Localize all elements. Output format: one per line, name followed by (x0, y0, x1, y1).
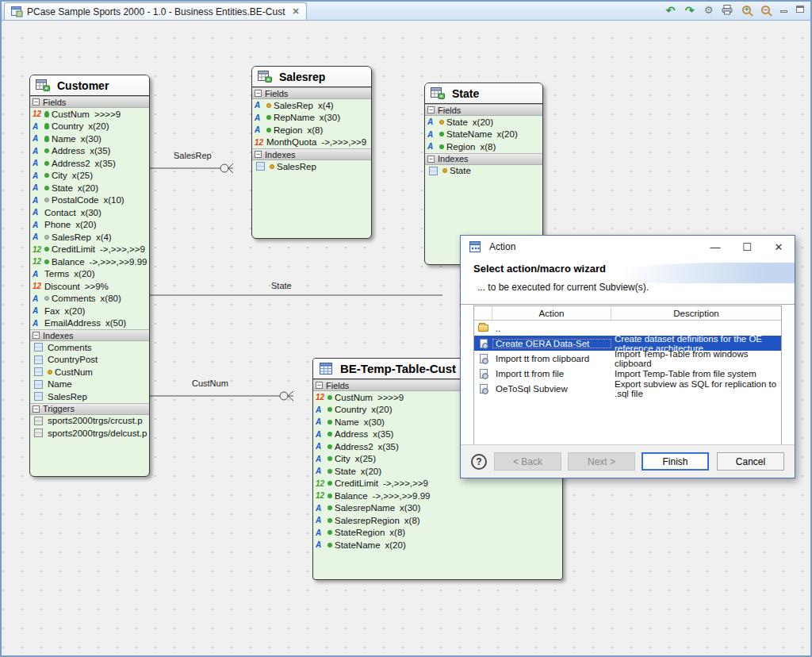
title-bar: PCase Sample Sports 2000 - 1.0 - Busines… (2, 2, 810, 21)
section-label: Indexes (438, 154, 469, 163)
diagram-canvas[interactable]: SalesRep State CustNum Customer −Fields1… (2, 21, 810, 655)
undo-icon[interactable]: ↶ (664, 3, 677, 17)
field-row[interactable]: AStatex(20) (425, 116, 542, 129)
field-row[interactable]: ANamex(30) (30, 133, 149, 145)
field-row[interactable]: ARegionx(8) (252, 124, 371, 136)
field-row[interactable]: 12CustNum>>>>9 (30, 108, 149, 121)
collapse-icon[interactable]: − (33, 405, 40, 413)
indexe-row[interactable]: State (425, 165, 542, 178)
section-indexes[interactable]: −Indexes (252, 148, 371, 160)
section-indexes[interactable]: −Indexes (30, 329, 149, 341)
entity-header[interactable]: Salesrep (252, 67, 371, 87)
sync-gear-icon[interactable]: ⚙ (702, 3, 715, 17)
section-indexes[interactable]: −Indexes (425, 153, 542, 165)
collapse-icon[interactable]: − (427, 106, 435, 113)
field-row[interactable]: ACountryx(20) (30, 121, 149, 133)
minimize-icon[interactable] (778, 6, 789, 14)
field-row[interactable]: ASalesrepRegionx(8) (313, 514, 562, 527)
section-fields[interactable]: −Fields (425, 104, 542, 116)
field-row[interactable]: ACommentsx(80) (30, 293, 149, 305)
description-column-header[interactable]: Description (611, 306, 781, 320)
field-row[interactable]: 12MonthQuota->,>>>,>>9 (252, 136, 371, 149)
field-row[interactable]: ASalesRepx(4) (30, 231, 149, 244)
help-button[interactable]: ? (471, 454, 487, 470)
field-row[interactable]: AAddressx(35) (30, 145, 149, 158)
action-dialog: Action — ☐ ✕ Select action/macro wizard … (460, 235, 795, 478)
row-format: x(20) (75, 220, 96, 229)
dec-type-icon: 12 (33, 245, 44, 254)
field-row[interactable]: ACityx(25) (30, 170, 149, 182)
action-table-row[interactable]: Import tt from clipboardImport Temp-Tabl… (474, 351, 781, 366)
indexe-row[interactable]: CountryPost (30, 354, 149, 367)
field-row[interactable]: ARegionx(8) (425, 140, 542, 153)
indexe-row[interactable]: Name (30, 378, 149, 391)
char-type-icon: A (316, 442, 327, 451)
dialog-title-bar[interactable]: Action — ☐ ✕ (461, 236, 795, 258)
entity-header[interactable]: Customer (30, 75, 149, 96)
field-row[interactable]: 12Discount>>9% (30, 280, 149, 293)
trigger-row[interactable]: sports2000trgs/delcust.p (30, 427, 149, 440)
zoom-out-icon[interactable]: − (759, 3, 772, 17)
field-row[interactable]: 12Balance->,>>>,>>9.99 (313, 490, 562, 502)
section-triggers[interactable]: −Triggers (30, 403, 149, 415)
field-row[interactable]: AEmailAddressx(50) (30, 317, 149, 330)
entity-salesrep[interactable]: Salesrep −FieldsASalesRepx(4)ARepNamex(3… (251, 66, 372, 239)
section-fields[interactable]: −Fields (30, 96, 149, 108)
indexe-row[interactable]: SalesRep (30, 390, 149, 403)
action-column-header[interactable]: Action (492, 306, 611, 320)
collapse-icon[interactable]: − (316, 382, 323, 389)
field-row[interactable]: AAddress2x(35) (30, 157, 149, 170)
indexe-row[interactable]: SalesRep (252, 160, 371, 173)
collapse-icon[interactable]: − (33, 332, 40, 339)
print-icon[interactable] (721, 3, 734, 17)
field-row[interactable]: APostalCodex(10) (30, 194, 149, 207)
field-row[interactable]: ASalesRepx(4) (252, 99, 371, 112)
trigger-row[interactable]: sports2000trgs/crcust.p (30, 415, 149, 428)
cancel-button[interactable]: Cancel (717, 452, 784, 471)
dialog-close-icon[interactable]: ✕ (763, 236, 795, 258)
next-button[interactable]: Next > (568, 452, 635, 471)
field-row[interactable]: 12CreditLimit->,>>>,>>9 (313, 478, 562, 490)
field-row[interactable]: AStateNamex(20) (313, 539, 562, 551)
entity-header[interactable]: State (425, 83, 542, 104)
field-row[interactable]: APhonex(20) (30, 219, 149, 232)
zoom-in-icon[interactable]: + (740, 3, 753, 17)
redo-icon[interactable]: ↷ (683, 3, 696, 17)
field-row[interactable]: AStatex(20) (30, 182, 149, 194)
green-marker-icon (327, 518, 332, 523)
field-row[interactable]: ARepNamex(30) (252, 112, 371, 125)
relationship-custnum[interactable] (131, 391, 293, 401)
row-format: x(30) (81, 134, 102, 144)
field-row[interactable]: AContactx(30) (30, 206, 149, 219)
row-icon-cell (474, 384, 492, 394)
field-row[interactable]: ATermsx(20) (30, 268, 149, 281)
field-row[interactable]: AStateNamex(20) (425, 129, 542, 141)
editor-tab[interactable]: PCase Sample Sports 2000 - 1.0 - Busines… (4, 2, 307, 20)
action-table-row[interactable]: OeToSql SubviewExport subview as SQL for… (474, 381, 781, 396)
row-name: CreditLimit (335, 478, 378, 488)
collapse-icon[interactable]: − (255, 151, 262, 158)
indexe-row[interactable]: Comments (30, 341, 149, 354)
field-row[interactable]: AStateRegionx(8) (313, 527, 562, 540)
relationship-state[interactable] (131, 290, 442, 300)
collapse-icon[interactable]: − (255, 90, 262, 97)
finish-button[interactable]: Finish (642, 452, 709, 471)
green-marker-icon (44, 247, 49, 252)
field-row[interactable]: AFaxx(20) (30, 305, 149, 317)
collapse-icon[interactable]: − (33, 98, 40, 106)
section-fields[interactable]: −Fields (252, 87, 371, 99)
tab-close-icon[interactable]: ✕ (292, 6, 299, 17)
field-row[interactable]: 12CreditLimit->,>>>,>>9 (30, 244, 149, 256)
dialog-maximize-icon[interactable]: ☐ (731, 236, 763, 258)
field-row[interactable]: ASalesrepNamex(30) (313, 502, 562, 515)
dialog-minimize-icon[interactable]: — (699, 236, 731, 258)
indexe-row[interactable]: CustNum (30, 366, 149, 378)
char-type-icon: A (33, 183, 44, 192)
collapse-icon[interactable]: − (427, 156, 435, 163)
restore-icon[interactable] (795, 6, 806, 14)
back-button[interactable]: < Back (494, 452, 561, 471)
row-format: >>>>9 (377, 393, 404, 402)
field-row[interactable]: 12Balance->,>>>,>>9.99 (30, 256, 149, 268)
int-type-icon: 12 (255, 138, 266, 147)
entity-customer[interactable]: Customer −Fields12CustNum>>>>9ACountryx(… (29, 75, 150, 477)
